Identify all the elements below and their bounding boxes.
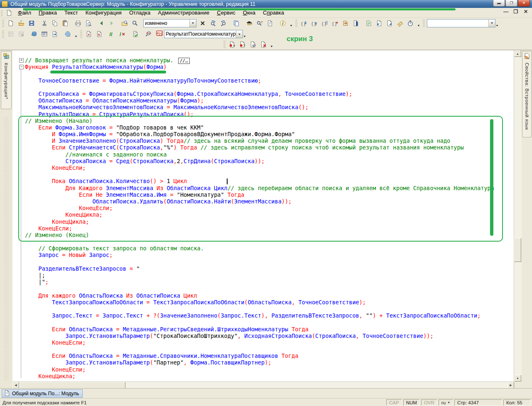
mdi-minimize-button[interactable]: —: [503, 9, 509, 15]
tab-properties[interactable]: Свойства: Встроенный язык: [522, 51, 532, 137]
procedure-next-button[interactable]: { }: [309, 18, 319, 28]
search-combobox[interactable]: изменено▼: [143, 19, 196, 27]
context-combobox[interactable]: РезультатПоискаНоменклатуры▼: [164, 30, 243, 38]
copy-button[interactable]: [49, 18, 60, 28]
menu-конфигурация[interactable]: Конфигурация: [82, 9, 125, 17]
open-file-button[interactable]: [16, 18, 26, 28]
navigate-back-button[interactable]: [96, 18, 106, 28]
toolbar-overflow-arrow[interactable]: ▾: [418, 24, 422, 29]
copy-special-button[interactable]: [231, 18, 241, 28]
scroll-up-button[interactable]: ▲: [514, 50, 521, 57]
template-a-icon: А: [86, 31, 92, 37]
toolbar-overflow-arrow[interactable]: ▾: [75, 34, 79, 39]
replace-backward-button[interactable]: [218, 18, 228, 28]
procedures-combobox-dropdown[interactable]: ▼: [488, 20, 495, 27]
collapsed-comment-box[interactable]: //…: [178, 58, 190, 64]
clear-search-button[interactable]: [197, 18, 208, 28]
goto-call-button[interactable]: [340, 18, 351, 28]
new-document-button[interactable]: [5, 18, 16, 28]
scroll-left-button[interactable]: ◀: [12, 382, 19, 389]
info-button[interactable]: i: [277, 18, 288, 28]
toolbar-overflow-arrow[interactable]: ▾: [244, 34, 248, 39]
cut-button[interactable]: [39, 18, 49, 28]
syntax-assistant-button[interactable]: [244, 18, 254, 28]
code-line-41: Если ОбластьПоиска = Метаданные.Регистры…: [12, 326, 514, 333]
watch-add-button[interactable]: { }: [330, 18, 340, 28]
search-combobox-dropdown[interactable]: ▼: [189, 20, 196, 27]
breakpoint-disable-button[interactable]: [248, 39, 258, 49]
horizontal-scroll-thumb[interactable]: [20, 382, 125, 389]
toolbar-overflow-arrow[interactable]: ▾: [271, 44, 275, 49]
watch-add-icon: { }: [332, 20, 338, 27]
panel-2-icon: [18, 31, 25, 37]
search-help-button[interactable]: ?: [254, 18, 265, 28]
bookmark-next-icon: [386, 20, 393, 27]
scroll-down-button[interactable]: ▼: [514, 375, 521, 382]
procedure-prev-button[interactable]: { }: [299, 18, 309, 28]
bookmark-next-button[interactable]: [384, 18, 395, 28]
toolbar-overflow-arrow[interactable]: ▾: [290, 24, 294, 29]
module-check-button[interactable]: [351, 18, 361, 28]
mdi-close-button[interactable]: ✕: [523, 9, 529, 15]
vertical-scrollbar[interactable]: ▲ ▼: [514, 50, 522, 382]
panel-1-button[interactable]: [5, 29, 16, 39]
menu-правка[interactable]: Правка: [35, 9, 61, 17]
menu-текст[interactable]: Текст: [61, 9, 82, 17]
stopwatch-button[interactable]: [405, 18, 415, 28]
procedure-list-button[interactable]: { }: [319, 18, 330, 28]
close-button[interactable]: ✕: [518, 0, 530, 7]
comment-lines-button[interactable]: //: [107, 29, 117, 39]
navigate-forward-button[interactable]: [106, 18, 117, 28]
toolbar-overflow-arrow[interactable]: ▾: [496, 24, 500, 29]
toolbar-grip: [80, 30, 82, 38]
find-in-files-button[interactable]: [119, 18, 130, 28]
web-preview-button[interactable]: [62, 29, 73, 39]
save-file-button[interactable]: [26, 18, 37, 28]
templates-button[interactable]: [265, 18, 275, 28]
code-line-21: Если Не ЭлементМассива.Имя = "Номенклату…: [12, 191, 514, 198]
format-check-button[interactable]: PQL: [143, 29, 153, 39]
breakpoint-toggle-button[interactable]: [227, 39, 237, 49]
fold-collapse-icon[interactable]: −: [19, 65, 24, 69]
replace-backward-icon: [220, 20, 227, 27]
uncomment-lines-button[interactable]: /: [117, 29, 127, 39]
context-combobox-dropdown[interactable]: ▼: [236, 30, 243, 38]
menu-справка[interactable]: Справка: [259, 9, 288, 17]
bookmark-prev-button[interactable]: [374, 18, 384, 28]
menu-окна[interactable]: Окна: [239, 9, 259, 17]
breakpoint-condition-button[interactable]: ?: [237, 39, 248, 49]
language-selector[interactable]: ru▼: [439, 399, 453, 406]
tab-configuration[interactable]: Конфигурация*: [1, 51, 12, 109]
format-module-button[interactable]: [363, 18, 374, 28]
mdi-restore-button[interactable]: ❐: [513, 9, 519, 15]
syntax-check-button[interactable]: [130, 29, 140, 39]
call-hierarchy-button[interactable]: [395, 18, 405, 28]
template-b-button[interactable]: Б: [94, 29, 104, 39]
panel-2-button[interactable]: [16, 29, 26, 39]
code-editor[interactable]: // Возвращает результат поиска номенклат…: [12, 50, 514, 382]
paste-button[interactable]: [60, 18, 70, 28]
paste-icon: [62, 20, 69, 27]
procedures-combobox[interactable]: ▼: [427, 19, 495, 27]
print-preview-button[interactable]: [83, 18, 93, 28]
replace-forward-button[interactable]: [208, 18, 218, 28]
doc-forward-button[interactable]: [49, 29, 60, 39]
minimize-button[interactable]: ▬: [493, 0, 505, 7]
module-window-tab[interactable]: Общий модуль По...: Модуль: [2, 389, 83, 398]
scroll-right-button[interactable]: ▶: [507, 382, 514, 389]
table-view-button[interactable]: [39, 29, 49, 39]
title-bar: Общий модуль ПодборТоваровСервер: Модуль…: [0, 0, 532, 8]
print-button[interactable]: [73, 18, 83, 28]
menu-отладка[interactable]: Отладка: [125, 9, 154, 17]
breakpoints-remove-all-button[interactable]: [258, 39, 268, 49]
template-a-button[interactable]: А: [83, 29, 94, 39]
restore-button[interactable]: ❐: [505, 0, 517, 7]
find-button[interactable]: [130, 18, 140, 28]
menu-администрирование[interactable]: Администрирование: [154, 9, 213, 17]
code-line-48: КонецЦикла;: [12, 373, 514, 379]
menu-файл[interactable]: Файл: [14, 9, 35, 17]
vertical-scroll-thumb[interactable]: [514, 238, 521, 262]
fold-expand-icon[interactable]: +: [19, 58, 24, 63]
menu-сервис[interactable]: Сервис: [213, 9, 239, 17]
db-update-button[interactable]: [29, 29, 39, 39]
